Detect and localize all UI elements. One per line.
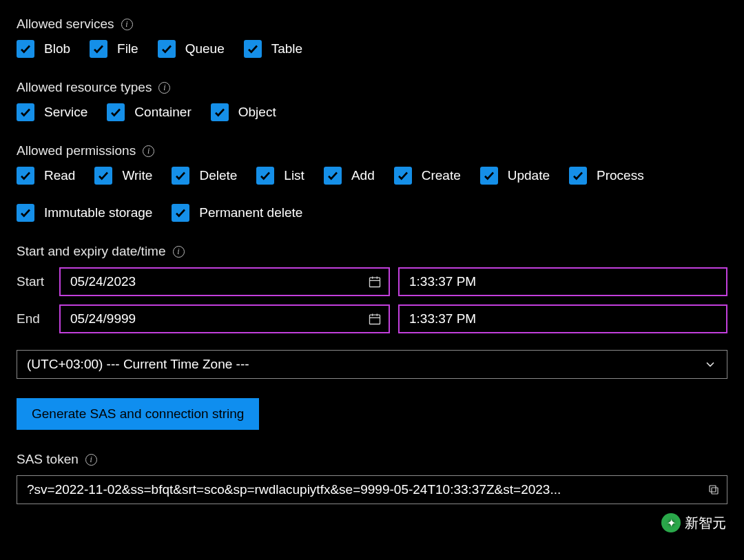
check-icon xyxy=(107,103,125,121)
checkbox-write[interactable]: Write xyxy=(94,167,152,185)
checkbox-label: Table xyxy=(271,41,302,56)
checkbox-label: Blob xyxy=(44,41,70,56)
info-icon[interactable]: i xyxy=(173,246,185,258)
generate-sas-button[interactable]: Generate SAS and connection string xyxy=(17,398,259,430)
checkbox-label: Queue xyxy=(185,41,225,56)
copy-icon[interactable] xyxy=(707,484,720,496)
check-icon xyxy=(94,167,112,185)
info-icon[interactable]: i xyxy=(121,19,133,30)
checkbox-create[interactable]: Create xyxy=(394,167,461,185)
allowed-services-header: Allowed services i xyxy=(17,17,727,32)
wechat-icon: ✦ xyxy=(661,513,681,532)
check-icon xyxy=(17,40,34,58)
checkbox-object[interactable]: Object xyxy=(211,103,276,121)
end-time-input[interactable]: 1:33:37 PM xyxy=(398,304,727,333)
checkbox-list[interactable]: List xyxy=(256,167,304,185)
allowed-resource-types-row: Service Container Object xyxy=(17,103,727,121)
allowed-resource-types-label: Allowed resource types xyxy=(17,80,152,95)
info-icon[interactable]: i xyxy=(143,145,154,157)
end-datetime-row: End 05/24/9999 1:33:37 PM xyxy=(17,304,727,333)
checkbox-file[interactable]: File xyxy=(90,40,138,58)
allowed-permissions-label: Allowed permissions xyxy=(17,143,136,158)
start-datetime-row: Start 05/24/2023 1:33:37 PM xyxy=(17,267,727,296)
checkbox-label: Process xyxy=(597,168,644,183)
checkbox-blob[interactable]: Blob xyxy=(17,40,70,58)
allowed-resource-types-header: Allowed resource types i xyxy=(17,80,727,95)
calendar-icon xyxy=(368,312,382,326)
start-date-value: 05/24/2023 xyxy=(70,274,136,289)
sas-token-field[interactable]: ?sv=2022-11-02&ss=bfqt&srt=sco&sp=rwdlac… xyxy=(17,475,727,504)
check-icon xyxy=(244,40,262,58)
svg-rect-8 xyxy=(712,488,718,494)
check-icon xyxy=(17,167,34,185)
checkbox-immutable-storage[interactable]: Immutable storage xyxy=(17,204,152,222)
checkbox-read[interactable]: Read xyxy=(17,167,75,185)
checkbox-label: Service xyxy=(44,105,87,120)
checkbox-process[interactable]: Process xyxy=(569,167,644,185)
checkbox-label: Write xyxy=(122,168,152,183)
allowed-permissions-row: Read Write Delete List Add Create Update xyxy=(17,167,692,222)
end-date-input[interactable]: 05/24/9999 xyxy=(59,304,390,333)
checkbox-label: Update xyxy=(508,168,550,183)
checkbox-label: Object xyxy=(238,105,276,120)
checkbox-label: Permanent delete xyxy=(199,205,302,220)
checkbox-service[interactable]: Service xyxy=(17,103,87,121)
timezone-value: (UTC+03:00) --- Current Time Zone --- xyxy=(27,357,249,372)
check-icon xyxy=(172,167,189,185)
datetime-header: Start and expiry date/time i xyxy=(17,244,727,259)
checkbox-label: Add xyxy=(351,168,375,183)
checkbox-label: File xyxy=(117,41,138,56)
checkbox-label: Delete xyxy=(199,168,237,183)
start-label: Start xyxy=(17,274,51,289)
checkbox-label: Immutable storage xyxy=(44,205,152,220)
check-icon xyxy=(17,103,34,121)
checkbox-queue[interactable]: Queue xyxy=(158,40,225,58)
calendar-icon xyxy=(368,275,382,289)
check-icon xyxy=(211,103,229,121)
check-icon xyxy=(90,40,107,58)
check-icon xyxy=(394,167,412,185)
sas-token-header: SAS token i xyxy=(17,452,727,467)
checkbox-label: List xyxy=(284,168,304,183)
sas-token-value: ?sv=2022-11-02&ss=bfqt&srt=sco&sp=rwdlac… xyxy=(27,482,561,497)
start-time-input[interactable]: 1:33:37 PM xyxy=(398,267,727,296)
checkbox-label: Read xyxy=(44,168,75,183)
info-icon[interactable]: i xyxy=(85,454,97,466)
checkbox-add[interactable]: Add xyxy=(324,167,375,185)
checkbox-label: Create xyxy=(422,168,461,183)
timezone-select[interactable]: (UTC+03:00) --- Current Time Zone --- xyxy=(17,350,727,379)
check-icon xyxy=(158,40,176,58)
check-icon xyxy=(569,167,587,185)
check-icon xyxy=(172,204,189,222)
check-icon xyxy=(256,167,274,185)
end-label: End xyxy=(17,311,51,326)
info-icon[interactable]: i xyxy=(158,82,170,94)
start-date-input[interactable]: 05/24/2023 xyxy=(59,267,390,296)
chevron-down-icon xyxy=(703,357,717,371)
svg-rect-0 xyxy=(370,278,380,287)
watermark: ✦ 新智元 xyxy=(661,513,726,532)
checkbox-label: Container xyxy=(134,105,191,120)
svg-rect-4 xyxy=(370,315,380,324)
checkbox-update[interactable]: Update xyxy=(480,167,550,185)
sas-token-label: SAS token xyxy=(17,452,79,467)
end-time-value: 1:33:37 PM xyxy=(409,311,476,326)
check-icon xyxy=(17,204,34,222)
watermark-text: 新智元 xyxy=(685,514,726,532)
check-icon xyxy=(480,167,498,185)
check-icon xyxy=(324,167,342,185)
end-date-value: 05/24/9999 xyxy=(70,311,136,326)
datetime-label: Start and expiry date/time xyxy=(17,244,166,259)
allowed-services-label: Allowed services xyxy=(17,17,114,32)
allowed-services-row: Blob File Queue Table xyxy=(17,40,727,58)
checkbox-delete[interactable]: Delete xyxy=(172,167,237,185)
allowed-permissions-header: Allowed permissions i xyxy=(17,143,727,158)
start-time-value: 1:33:37 PM xyxy=(409,274,476,289)
checkbox-container[interactable]: Container xyxy=(107,103,191,121)
svg-rect-9 xyxy=(710,486,716,492)
checkbox-permanent-delete[interactable]: Permanent delete xyxy=(172,204,302,222)
checkbox-table[interactable]: Table xyxy=(244,40,302,58)
